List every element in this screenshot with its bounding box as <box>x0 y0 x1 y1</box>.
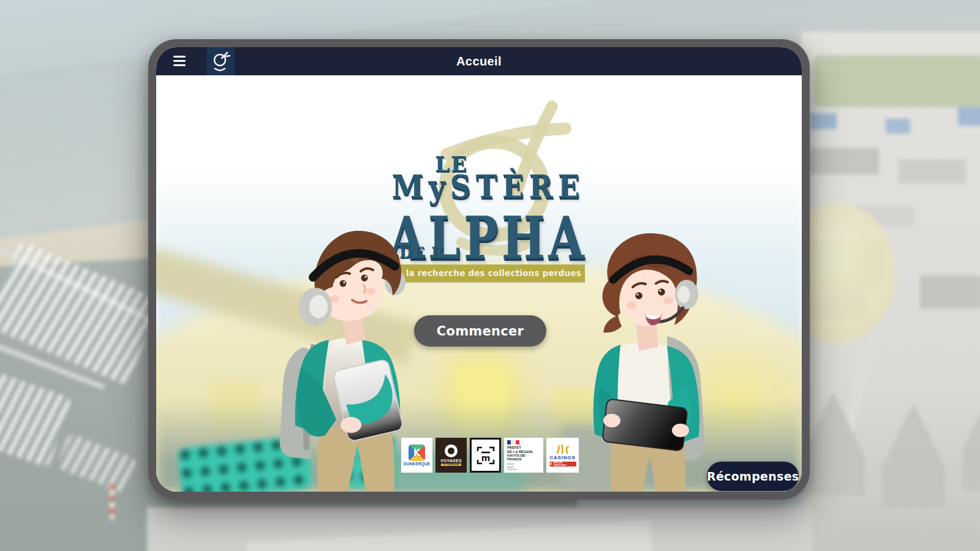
title-tagline-banner: À la recherche des collections perdues <box>393 264 585 282</box>
app-window-frame: LE MySTÈRE ALPHA DE L’ À la recherche de… <box>148 39 810 500</box>
sponsor-voyages-logo: VOYAGES PITTORESQUES <box>435 438 467 473</box>
french-flag-icon <box>507 440 519 444</box>
character-girl-illustration <box>578 227 710 492</box>
casinos-dot-icon <box>549 462 552 465</box>
dunkerque-initial: K <box>409 444 425 461</box>
voyages-label: VOYAGES <box>440 459 461 463</box>
app-header-bar: Accueil <box>156 47 802 75</box>
casinos-sublabel: GROUPE TRANCHANT <box>553 462 576 467</box>
sponsor-casinos-logo: CASINOS GROUPE TRANCHANT <box>546 438 579 473</box>
dunkerque-pinwheel-icon: K <box>409 444 425 461</box>
casinos-banner: GROUPE TRANCHANT <box>549 462 576 467</box>
character-boy-illustration <box>265 214 420 492</box>
svg-text:m: m <box>481 453 490 463</box>
page-title: Accueil <box>156 47 802 75</box>
app-screen: LE MySTÈRE ALPHA DE L’ À la recherche de… <box>156 47 802 492</box>
sponsor-dunkerque-logo: K DUNKERQUE <box>401 438 432 473</box>
start-button[interactable]: Commencer <box>414 315 546 347</box>
dunkerque-label: DUNKERQUE <box>404 462 431 466</box>
casinos-label: CASINOS <box>549 455 575 460</box>
game-title-logo: LE MySTÈRE ALPHA DE L’ À la recherche de… <box>390 122 586 306</box>
m-brackets-icon: m <box>475 445 496 466</box>
title-mystere: MySTÈRE <box>390 168 586 206</box>
home-scene: LE MySTÈRE ALPHA DE L’ À la recherche de… <box>156 75 802 492</box>
rewards-button[interactable]: Récompenses <box>707 462 799 491</box>
voyages-sublabel: PITTORESQUES <box>441 463 461 466</box>
prefet-line3: HAUTS-DE-FRANCE <box>507 454 541 462</box>
sponsor-m-logo: m <box>470 438 501 473</box>
sponsor-logos-strip: K DUNKERQUE VOYAGES PITTORESQUES <box>401 438 579 473</box>
motto-fraternite: Fraternité <box>507 468 516 471</box>
casinos-emblem-icon <box>555 444 571 454</box>
sponsor-prefet-logo: PRÉFET DE LA RÉGION HAUTS-DE-FRANCE Libe… <box>504 438 543 473</box>
prefet-motto: Liberté Égalité Fraternité <box>507 463 516 471</box>
voyages-ring-icon <box>445 444 458 457</box>
